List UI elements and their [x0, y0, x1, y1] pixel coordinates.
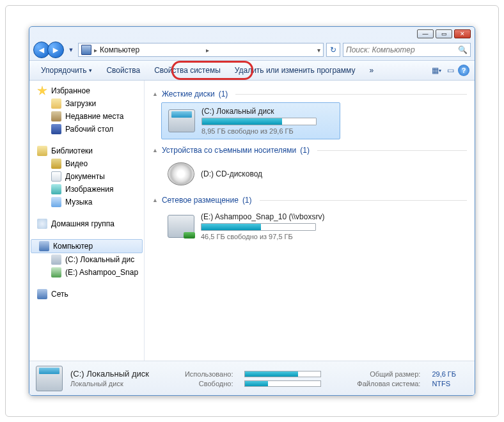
nav-history-dropdown[interactable]: ▼ — [67, 47, 75, 53]
details-fs-label: Файловая система: — [345, 380, 420, 387]
drive-d[interactable]: (D:) CD-дисковод — [161, 159, 467, 189]
content-pane: ▲ Жесткие диски (1) (C:) Локальный диск … — [145, 81, 475, 361]
chevron-right-icon: ▸ — [94, 47, 97, 54]
search-icon: 🔍 — [458, 45, 468, 54]
hdd-icon — [168, 109, 195, 132]
sidebar-item-library[interactable]: Документы — [29, 170, 144, 183]
drive-c[interactable]: (C:) Локальный диск 8,95 ГБ свободно из … — [161, 102, 340, 139]
nav-row: ◄ ► ▼ ▸ Компьютер ▸ ▾ ↻ 🔍 — [29, 40, 475, 60]
address-text: Компьютер — [100, 45, 203, 54]
folder-icon — [51, 111, 61, 121]
drive-e[interactable]: (E:) Ashampoo_Snap_10 (\\vboxsrv) 46,5 Г… — [161, 208, 467, 244]
sidebar-item-favorite[interactable]: Загрузки — [29, 97, 144, 110]
chevron-down-icon[interactable]: ▾ — [317, 47, 320, 54]
explorer-window: — ▭ ✕ ◄ ► ▼ ▸ Компьютер ▸ ▾ ↻ 🔍 Упорядоч… — [29, 26, 475, 396]
sidebar-item-label: Видео — [65, 159, 88, 168]
details-used-label: Использовано: — [173, 370, 233, 378]
sidebar-item-library[interactable]: Изображения — [29, 183, 144, 196]
folder-icon — [51, 197, 61, 207]
sidebar-network[interactable]: Сеть — [29, 288, 144, 301]
uninstall-button[interactable]: Удалить или изменить программу — [228, 63, 362, 77]
toolbar: Упорядочить▾ Свойства Свойства системы У… — [29, 60, 475, 81]
drive-label: (C:) Локальный диск — [201, 107, 317, 116]
folder-icon — [51, 98, 61, 109]
collapse-icon: ▲ — [152, 147, 158, 153]
details-total-value: 29,6 ГБ — [432, 370, 468, 378]
close-button[interactable]: ✕ — [454, 29, 471, 38]
sidebar-item-drive[interactable]: (E:) Ashampoo_Snap — [29, 266, 144, 279]
address-bar[interactable]: ▸ Компьютер ▸ ▾ — [78, 43, 324, 57]
navigation-pane: Избранное ЗагрузкиНедавние местаРабочий … — [29, 81, 145, 361]
sidebar-item-label: Музыка — [65, 198, 92, 207]
folder-icon — [51, 159, 61, 169]
hdd-icon — [36, 366, 63, 391]
toolbar-overflow[interactable]: » — [363, 63, 380, 77]
details-fs-value: NTFS — [432, 380, 468, 387]
homegroup-icon — [37, 219, 47, 229]
drive-free-text: 46,5 ГБ свободно из 97,5 ГБ — [201, 233, 324, 240]
computer-icon — [81, 45, 91, 55]
preview-pane-button[interactable]: ▭ — [444, 64, 457, 77]
details-pane: (C:) Локальный диск Использовано: Общий … — [29, 361, 475, 395]
drive-label: (E:) Ashampoo_Snap_10 (\\vboxsrv) — [201, 212, 324, 221]
system-properties-button[interactable]: Свойства системы — [148, 63, 227, 77]
section-removable[interactable]: ▲ Устройства со съемными носителями (1) — [152, 146, 467, 155]
sidebar-item-drive[interactable]: (C:) Локальный дис — [29, 253, 144, 266]
sidebar-item-library[interactable]: Видео — [29, 157, 144, 170]
network-icon — [37, 289, 47, 299]
drive-label: (D:) CD-дисковод — [201, 169, 262, 178]
sidebar-favorites[interactable]: Избранное — [29, 84, 144, 97]
folder-icon — [51, 171, 61, 182]
cd-icon — [168, 162, 194, 185]
sidebar-homegroup[interactable]: Домашняя группа — [29, 217, 144, 230]
sidebar-item-label: Недавние места — [65, 112, 123, 121]
computer-icon — [39, 241, 49, 251]
sidebar-libraries[interactable]: Библиотеки — [29, 145, 144, 157]
folder-icon — [51, 184, 61, 194]
titlebar: — ▭ ✕ — [29, 27, 475, 40]
collapse-icon: ▲ — [152, 91, 158, 97]
search-box[interactable]: 🔍 — [343, 43, 471, 57]
sidebar-item-label: Документы — [65, 172, 105, 181]
drive-free-text: 8,95 ГБ свободно из 29,6 ГБ — [201, 127, 317, 135]
help-button[interactable]: ? — [458, 65, 469, 76]
section-network[interactable]: ▲ Сетевое размещение (1) — [152, 196, 467, 205]
sidebar-item-label: Загрузки — [65, 99, 96, 108]
properties-button[interactable]: Свойства — [100, 63, 146, 77]
sidebar-item-label: (E:) Ashampoo_Snap — [65, 268, 138, 277]
details-free-label: Свободно: — [173, 380, 233, 387]
view-icons-button[interactable]: ▦▾ — [430, 64, 443, 77]
used-bar — [244, 371, 321, 377]
sidebar-item-label: Рабочий стол — [65, 125, 113, 134]
minimize-button[interactable]: — — [417, 29, 434, 38]
details-total-label: Общий размер: — [345, 370, 420, 378]
maximize-button[interactable]: ▭ — [436, 29, 452, 38]
folder-icon — [51, 267, 61, 277]
collapse-icon: ▲ — [152, 197, 158, 203]
chevron-right-icon: ▸ — [206, 47, 209, 54]
section-hard-drives[interactable]: ▲ Жесткие диски (1) — [152, 90, 467, 98]
organize-button[interactable]: Упорядочить▾ — [35, 63, 98, 77]
free-bar — [244, 380, 321, 387]
refresh-button[interactable]: ↻ — [326, 43, 340, 57]
folder-icon — [51, 124, 61, 134]
network-drive-icon — [168, 215, 194, 238]
sidebar-computer[interactable]: Компьютер — [31, 239, 143, 253]
sidebar-item-library[interactable]: Музыка — [29, 196, 144, 208]
search-input[interactable] — [346, 45, 458, 54]
sidebar-item-favorite[interactable]: Рабочий стол — [29, 123, 144, 136]
folder-icon — [51, 254, 61, 265]
sidebar-item-favorite[interactable]: Недавние места — [29, 110, 144, 123]
space-bar — [201, 118, 317, 125]
star-icon — [37, 86, 47, 96]
libraries-icon — [37, 146, 47, 156]
sidebar-item-label: (C:) Локальный дис — [65, 255, 134, 264]
sidebar-item-label: Изображения — [65, 185, 113, 194]
details-title: (C:) Локальный диск — [70, 369, 161, 379]
space-bar — [201, 223, 316, 231]
details-subtitle: Локальный диск — [70, 380, 161, 387]
forward-button[interactable]: ► — [47, 42, 64, 58]
